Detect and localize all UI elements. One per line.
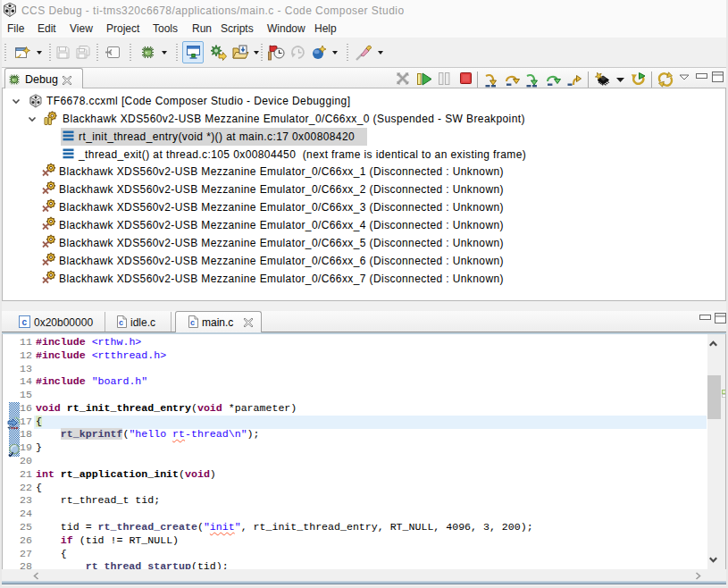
svg-text:c: c xyxy=(21,317,27,327)
